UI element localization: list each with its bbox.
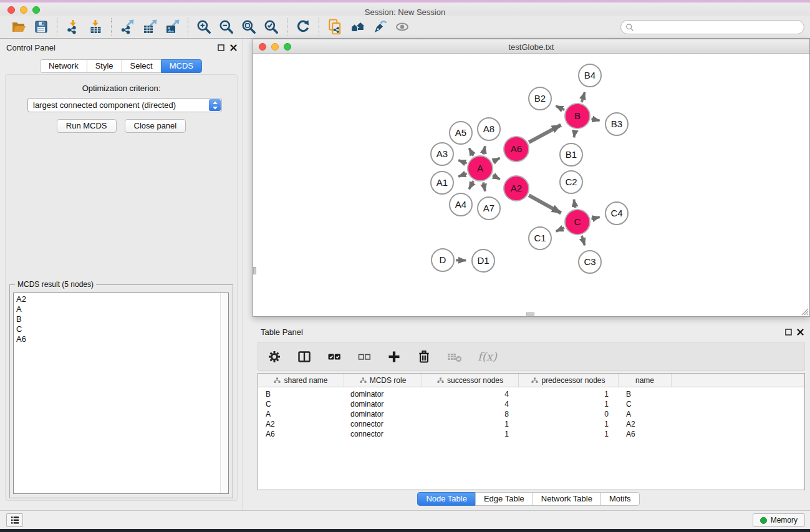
table-cell[interactable]: 1 xyxy=(519,400,619,409)
graph-node-C3[interactable]: C3 xyxy=(579,251,601,273)
export-table-icon[interactable] xyxy=(138,17,161,36)
mcds-result-list[interactable]: A2ABCA6 xyxy=(13,293,229,494)
graph-node-A2[interactable]: A2 xyxy=(504,176,529,201)
tab-select[interactable]: Select xyxy=(122,59,162,73)
duplicate-network-icon[interactable] xyxy=(324,17,346,36)
open-session-icon[interactable] xyxy=(7,17,30,36)
tab-edge-table[interactable]: Edge Table xyxy=(475,492,533,506)
canvas-scroll-nub-left[interactable] xyxy=(253,267,256,274)
task-history-button[interactable] xyxy=(6,513,23,527)
home-icon[interactable] xyxy=(346,17,369,36)
graph-edge-B-B3[interactable] xyxy=(592,119,600,121)
table-cell[interactable]: A xyxy=(258,410,344,418)
float-panel-icon[interactable] xyxy=(216,43,225,52)
mcds-result-item[interactable]: B xyxy=(14,314,228,324)
export-network-icon[interactable] xyxy=(116,17,138,36)
graph-node-B1[interactable]: B1 xyxy=(560,143,582,166)
table-cell[interactable]: dominator xyxy=(344,390,422,399)
import-table-icon[interactable] xyxy=(84,17,107,36)
graph-node-A1[interactable]: A1 xyxy=(431,172,453,194)
table-row[interactable]: A6connector11A6 xyxy=(258,429,804,439)
graph-node-A7[interactable]: A7 xyxy=(478,197,500,220)
refresh-icon[interactable] xyxy=(292,17,314,36)
mcds-result-item[interactable]: A6 xyxy=(14,334,228,344)
graph-edge-A-A7[interactable] xyxy=(483,182,485,191)
graph-edge-A-A4[interactable] xyxy=(469,181,473,189)
table-cell[interactable]: C xyxy=(258,400,344,409)
graph-edge-B-B1[interactable] xyxy=(574,130,575,138)
optimization-criterion-select[interactable]: largest connected component (directed) xyxy=(27,98,222,112)
zoom-fit-icon[interactable] xyxy=(238,17,260,36)
mcds-result-item[interactable]: A2 xyxy=(14,294,228,304)
close-table-panel-icon[interactable] xyxy=(796,327,804,336)
deselect-all-icon[interactable] xyxy=(357,349,372,364)
table-cell[interactable]: connector xyxy=(344,420,422,428)
column-header-shared-name[interactable]: shared name xyxy=(258,374,344,387)
graph-node-D1[interactable]: D1 xyxy=(472,249,494,272)
table-cell[interactable]: 1 xyxy=(519,420,619,428)
table-cell[interactable]: connector xyxy=(344,430,422,438)
graph-node-A5[interactable]: A5 xyxy=(450,122,472,144)
trash-icon[interactable] xyxy=(417,349,432,364)
zoom-selected-icon[interactable] xyxy=(260,17,282,36)
graph-node-C4[interactable]: C4 xyxy=(605,202,628,225)
import-network-icon[interactable] xyxy=(62,17,84,36)
mcds-result-item[interactable]: A xyxy=(14,304,228,314)
search-field[interactable] xyxy=(620,20,804,34)
table-row[interactable]: Cdominator41C xyxy=(258,399,804,409)
graph-node-C[interactable]: C xyxy=(565,210,590,235)
close-panel-button[interactable]: Close panel xyxy=(125,119,186,133)
table-cell[interactable]: 0 xyxy=(519,410,619,418)
export-image-icon[interactable] xyxy=(161,17,183,36)
table-cell[interactable]: 1 xyxy=(422,430,519,438)
mcds-result-item[interactable]: C xyxy=(14,324,228,334)
table-cell[interactable]: 8 xyxy=(422,410,519,418)
graph-edge-B-B4[interactable] xyxy=(582,92,585,102)
tab-style[interactable]: Style xyxy=(87,59,122,73)
graph-node-C2[interactable]: C2 xyxy=(560,171,582,193)
graph-node-A3[interactable]: A3 xyxy=(431,143,453,165)
network-window-titlebar[interactable]: testGlobe.txt xyxy=(253,39,809,54)
scrollbar-track[interactable] xyxy=(220,293,228,493)
graph-edge-C-C2[interactable] xyxy=(574,200,575,208)
table-row[interactable]: Adominator80A xyxy=(258,409,804,419)
table-cell[interactable]: dominator xyxy=(344,400,422,409)
tab-network-table[interactable]: Network Table xyxy=(533,492,601,506)
graph-node-B2[interactable]: B2 xyxy=(529,87,551,110)
memory-button[interactable]: Memory xyxy=(753,513,805,527)
graph-node-A8[interactable]: A8 xyxy=(478,118,500,140)
graph-edge-A-A1[interactable] xyxy=(458,173,466,177)
column-header-predecessor-nodes[interactable]: predecessor nodes xyxy=(519,374,619,387)
resize-grip-icon[interactable] xyxy=(800,307,809,316)
graph-edge-C-C1[interactable] xyxy=(556,228,564,231)
canvas-scroll-nub-bottom[interactable] xyxy=(526,312,534,316)
graph-node-A[interactable]: A xyxy=(468,156,493,181)
network-canvas[interactable]: B4B2BB3A5A8A6B1A3AA1C2A2A4A7C4CC1C3DD1 xyxy=(253,54,809,316)
tab-mcds[interactable]: MCDS xyxy=(161,59,202,73)
graph-node-A6[interactable]: A6 xyxy=(504,137,529,162)
close-panel-icon[interactable] xyxy=(229,43,238,52)
graph-node-C1[interactable]: C1 xyxy=(529,227,551,249)
table-cell[interactable]: A2 xyxy=(619,420,672,428)
table-cell[interactable]: 4 xyxy=(422,390,519,399)
table-cell[interactable]: 1 xyxy=(519,430,619,438)
apply-style-icon[interactable] xyxy=(369,17,391,36)
tab-network[interactable]: Network xyxy=(40,59,87,73)
split-columns-icon[interactable] xyxy=(297,349,312,364)
table-cell[interactable]: A6 xyxy=(619,430,672,438)
eye-icon[interactable] xyxy=(391,17,413,36)
table-cell[interactable]: 1 xyxy=(519,390,619,399)
table-cell[interactable]: 4 xyxy=(422,400,519,409)
graph-edge-A6-B[interactable] xyxy=(529,125,561,142)
tab-motifs[interactable]: Motifs xyxy=(600,492,640,506)
graph-edge-A2-C[interactable] xyxy=(529,195,561,213)
graph-node-B[interactable]: B xyxy=(565,104,590,128)
zoom-out-icon[interactable] xyxy=(215,17,238,36)
column-header-successor-nodes[interactable]: successor nodes xyxy=(422,374,519,387)
table-cell[interactable]: 1 xyxy=(422,420,519,428)
graph-edge-A-A8[interactable] xyxy=(483,146,485,154)
table-cell[interactable]: B xyxy=(258,390,344,399)
graph-edge-A-A6[interactable] xyxy=(493,158,499,162)
table-cell[interactable]: A6 xyxy=(258,430,344,438)
graph-node-D[interactable]: D xyxy=(432,249,454,271)
